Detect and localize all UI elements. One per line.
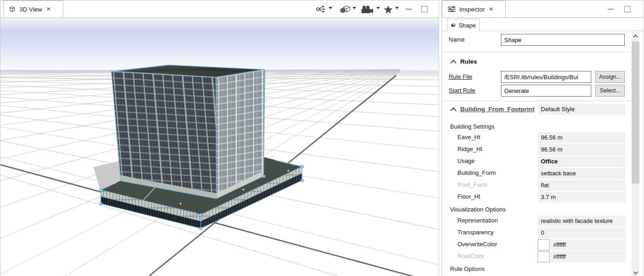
attr-label-roof-form: Roof_Form [457, 179, 487, 190]
tab-inspector-close-icon[interactable]: ✕ [489, 6, 494, 12]
attr-label-transparency: Transparency [457, 227, 494, 238]
chevron-down-icon [352, 7, 356, 9]
name-label: Name [449, 34, 465, 46]
minimize-button[interactable] [608, 9, 614, 10]
attr-label-representation: Representation [457, 215, 498, 226]
attr-value-overwrite-color[interactable]: #ffffff [550, 239, 626, 250]
inspector-scrollbar[interactable] [632, 32, 639, 276]
attr-value-transparency[interactable]: 0 [538, 227, 626, 238]
view-display-settings-icon [339, 5, 351, 14]
group-label-visualization-options: Visualization Options [450, 205, 506, 214]
cube-outline-icon [8, 5, 16, 13]
tab-3d-view-close-icon[interactable]: ✕ [46, 6, 51, 12]
maximize-button[interactable] [421, 6, 428, 12]
separator [442, 101, 631, 101]
attr-label-ridge-ht: Ridge_Ht [457, 144, 482, 155]
attr-value-building-form[interactable]: setback base [538, 168, 626, 179]
separator [442, 52, 631, 52]
panel-inspector: Inspector ✕ Shape Name Rules Rule File A… [441, 0, 644, 276]
attr-label-eave-ht: Eave_Ht [457, 132, 480, 143]
rule-file-link[interactable]: Rule File [449, 71, 472, 83]
assign-button[interactable]: Assign... [595, 71, 625, 83]
collapse-rules-icon[interactable] [450, 59, 457, 65]
tab-inspector[interactable]: Inspector ✕ [442, 0, 506, 17]
attr-value-ridge-ht[interactable]: 96.56 m [538, 144, 626, 155]
attr-value-floor-ht[interactable]: 3.7 m [538, 192, 626, 203]
minimize-button[interactable] [406, 9, 412, 10]
scroll-down-icon[interactable] [632, 269, 639, 276]
group-label-rule-options: Rule Options [450, 265, 484, 274]
scene-settings-icon [316, 5, 326, 13]
overwrite-color-swatch[interactable] [538, 239, 550, 250]
attr-label-roof-color: RoofColor [457, 251, 484, 262]
name-input[interactable] [501, 34, 625, 46]
attr-value-usage[interactable]: Office [538, 156, 626, 167]
bookmarks-button[interactable] [383, 5, 393, 14]
roof-color-swatch[interactable] [538, 251, 550, 262]
rules-section-title[interactable]: Rules [460, 57, 477, 67]
tab-shape-label: Shape [458, 22, 476, 29]
tab-3d-view[interactable]: 3D View ✕ [3, 0, 63, 17]
start-rule-link[interactable]: Start Rule [449, 85, 475, 97]
tab-3d-view-label: 3D View [19, 6, 42, 13]
chevron-down-icon [395, 7, 399, 9]
attr-label-building-form: Building_Form [457, 168, 496, 179]
star-icon [383, 5, 393, 14]
scene-settings-button[interactable] [316, 5, 326, 13]
view-display-settings-button[interactable] [339, 5, 351, 14]
attr-value-representation[interactable]: realistic with facade texture [538, 216, 626, 227]
shape-cube-icon [451, 22, 456, 28]
bookmarks-dropdown[interactable] [395, 7, 399, 9]
tower-front-piers [111, 71, 216, 193]
collapse-building-icon[interactable] [450, 107, 457, 112]
chevron-down-icon [329, 7, 332, 9]
attr-value-roof-form[interactable]: flat [538, 180, 626, 191]
application-window: { "app": {"accent_color": "#70b0ee", "gr… [0, 0, 644, 276]
group-label-building-settings: Building Settings [450, 122, 495, 131]
rule-file-input[interactable] [501, 71, 591, 83]
scroll-up-icon[interactable] [632, 32, 639, 40]
camera-dropdown[interactable] [376, 7, 380, 9]
camera-button[interactable] [361, 5, 374, 14]
scene-settings-dropdown[interactable] [329, 7, 332, 9]
view-display-dropdown[interactable] [352, 7, 356, 9]
select-button[interactable]: Select... [595, 85, 625, 97]
tab-shape[interactable]: Shape [447, 19, 480, 31]
attr-label-usage: Usage [457, 156, 475, 167]
building-section-title[interactable]: Building_From_Footprint [460, 104, 535, 115]
viewport-3d[interactable] [0, 17, 439, 276]
chevron-down-icon [376, 7, 380, 9]
sliders-icon [447, 5, 456, 13]
attr-label-floor-ht: Floor_Ht [457, 191, 480, 202]
maximize-button[interactable] [624, 6, 631, 12]
style-value-field[interactable]: Default Style [538, 104, 626, 115]
attr-value-roof-color[interactable]: #ffffff [550, 251, 626, 262]
tabbar-divider [442, 17, 644, 18]
scrollbar-thumb[interactable] [632, 42, 639, 184]
start-rule-input[interactable] [501, 85, 591, 97]
camera-icon [361, 5, 374, 14]
attr-value-eave-ht[interactable]: 96.56 m [538, 132, 626, 143]
attr-label-overwrite-color: OverwriteColor [457, 239, 497, 250]
tab-inspector-label: Inspector [459, 6, 485, 13]
panel-3d-view: 3D View ✕ [0, 0, 439, 276]
